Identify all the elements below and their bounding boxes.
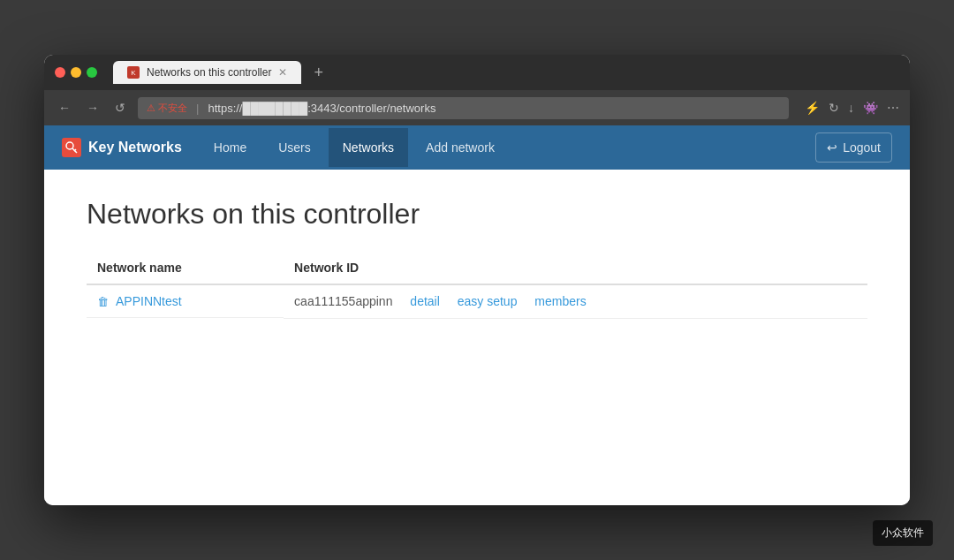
network-id-cell: caa111155appinn detail easy setup member… xyxy=(284,284,867,318)
nav-links: Home Users Networks Add network xyxy=(200,128,815,167)
tab-title: Networks on this controller xyxy=(147,66,271,79)
logout-button[interactable]: ↩ Logout xyxy=(815,132,892,163)
logout-label: Logout xyxy=(843,140,881,155)
key-icon xyxy=(65,141,78,154)
content-area: Networks on this controller Network name… xyxy=(44,170,910,505)
back-button[interactable]: ← xyxy=(55,97,74,118)
forward-button[interactable]: → xyxy=(83,97,102,118)
nav-add-network[interactable]: Add network xyxy=(412,128,509,167)
reload-button[interactable]: ↺ xyxy=(111,97,129,118)
watermark: 小众软件 xyxy=(873,520,933,546)
extensions-icon[interactable]: ⚡ xyxy=(805,101,820,115)
url-text: https://████████:3443/controller/network… xyxy=(208,102,435,115)
address-bar: ← → ↺ ⚠ 不安全 | https://████████:3443/cont… xyxy=(44,90,910,125)
detail-link[interactable]: detail xyxy=(410,294,439,308)
logout-icon: ↩ xyxy=(827,140,837,155)
title-bar: K Networks on this controller ✕ + xyxy=(44,55,910,90)
table-row: 🗑 APPINNtest caa111155appinn detail easy… xyxy=(87,284,867,318)
tab-close-icon[interactable]: ✕ xyxy=(278,66,287,79)
brand-icon xyxy=(62,138,81,157)
delete-icon[interactable]: 🗑 xyxy=(97,295,109,308)
networks-table: Network name Network ID 🗑 APPINNtest caa… xyxy=(87,252,867,319)
network-id: caa111155appinn xyxy=(294,294,392,308)
profile-icon[interactable]: 👾 xyxy=(863,101,878,115)
app-navbar: Key Networks Home Users Networks Add net… xyxy=(44,125,910,170)
col-network-id: Network ID xyxy=(284,252,867,284)
nav-networks[interactable]: Networks xyxy=(329,128,408,167)
nav-users[interactable]: Users xyxy=(264,128,325,167)
nav-home[interactable]: Home xyxy=(200,128,261,167)
table-header: Network name Network ID xyxy=(87,252,867,284)
url-field[interactable]: ⚠ 不安全 | https://████████:3443/controller… xyxy=(138,97,789,119)
members-link[interactable]: members xyxy=(534,294,586,308)
active-tab[interactable]: K Networks on this controller ✕ xyxy=(113,61,301,84)
menu-icon[interactable]: ⋯ xyxy=(887,101,899,115)
brand-name: Key Networks xyxy=(88,140,182,155)
table-body: 🗑 APPINNtest caa111155appinn detail easy… xyxy=(87,284,867,318)
easy-setup-link[interactable]: easy setup xyxy=(458,294,518,308)
network-name-link[interactable]: APPINNtest xyxy=(116,294,182,308)
download-icon[interactable]: ↓ xyxy=(848,101,854,115)
close-button[interactable] xyxy=(55,67,65,78)
brand: Key Networks xyxy=(62,138,182,157)
network-name-cell: 🗑 APPINNtest xyxy=(87,285,284,318)
browser-actions: ⚡ ↻ ↓ 👾 ⋯ xyxy=(805,101,899,115)
minimize-button[interactable] xyxy=(71,67,81,78)
fullscreen-button[interactable] xyxy=(87,67,97,78)
security-warning: ⚠ 不安全 xyxy=(147,102,187,115)
page-title: Networks on this controller xyxy=(87,198,867,231)
sync-icon[interactable]: ↻ xyxy=(829,101,839,115)
traffic-lights xyxy=(55,67,97,78)
new-tab-button[interactable]: + xyxy=(307,64,330,82)
tab-favicon: K xyxy=(127,66,140,79)
tab-area: K Networks on this controller ✕ + xyxy=(113,61,899,84)
col-network-name: Network name xyxy=(87,252,284,284)
svg-point-0 xyxy=(66,142,73,149)
